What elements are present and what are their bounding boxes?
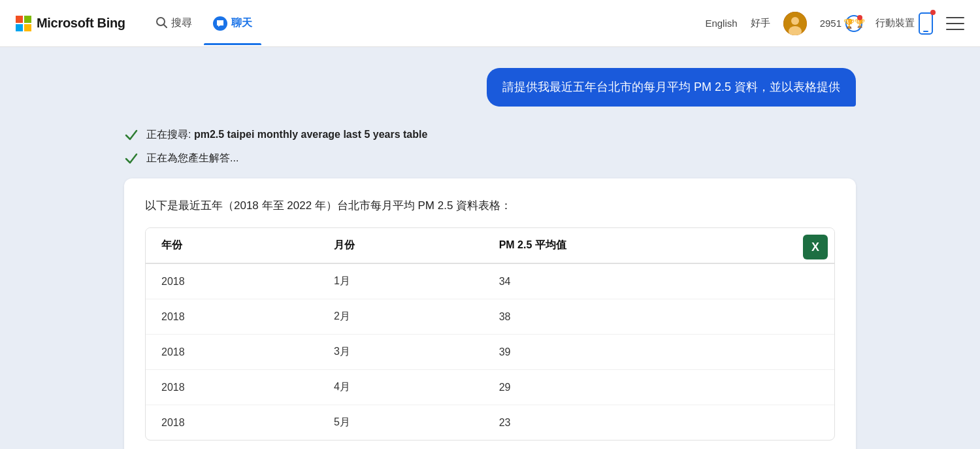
table-cell-4-0: 2018 bbox=[146, 405, 318, 441]
table-cell-1-2: 38 bbox=[483, 299, 795, 335]
chat-nav-icon bbox=[213, 16, 227, 31]
logo-text: Microsoft Bing bbox=[37, 16, 125, 31]
language-selector[interactable]: English bbox=[705, 18, 737, 29]
status-generating-text: 正在為您產生解答... bbox=[146, 152, 238, 165]
table-header-row: 年份 月份 PM 2.5 平均值 bbox=[146, 228, 834, 263]
check-icon-generating bbox=[124, 151, 139, 165]
trophy-notification-dot bbox=[857, 15, 862, 20]
search-nav-icon bbox=[155, 16, 167, 31]
col-header-year: 年份 bbox=[146, 228, 318, 263]
table-row: 20181月34 bbox=[146, 263, 834, 299]
microsoft-logo bbox=[16, 16, 31, 31]
nav-chat[interactable]: 聊天 bbox=[204, 11, 261, 36]
table-cell-3-2: 29 bbox=[483, 370, 795, 405]
table-cell-2-2: 39 bbox=[483, 335, 795, 370]
table-cell-1-0: 2018 bbox=[146, 299, 318, 335]
phone-icon bbox=[919, 12, 933, 35]
table-cell-4-action bbox=[795, 405, 834, 441]
main-content: 請提供我最近五年台北市的每月平均 PM 2.5 資料，並以表格提供 正在搜尋: … bbox=[98, 47, 882, 449]
mobile-device-link[interactable]: 行動裝置 bbox=[875, 12, 933, 35]
svg-point-3 bbox=[791, 17, 799, 25]
nav-search[interactable]: 搜尋 bbox=[146, 11, 201, 36]
response-card: 以下是最近五年（2018 年至 2022 年）台北市每月平均 PM 2.5 資料… bbox=[124, 178, 856, 449]
nav-chat-label: 聊天 bbox=[231, 16, 252, 30]
pm25-table: 年份 月份 PM 2.5 平均值 20181月3420182月3820183月3… bbox=[146, 228, 834, 440]
status-item-generating: 正在為您產生解答... bbox=[124, 151, 856, 165]
data-table-wrap: X 年份 月份 PM 2.5 平均值 20181月3420182月3820183… bbox=[145, 227, 835, 441]
logo-area[interactable]: Microsoft Bing bbox=[16, 16, 125, 31]
card-intro: 以下是最近五年（2018 年至 2022 年）台北市每月平均 PM 2.5 資料… bbox=[145, 197, 835, 214]
col-header-month: 月份 bbox=[318, 228, 483, 263]
excel-icon: X bbox=[811, 241, 819, 254]
points-badge: 2951 🏆 bbox=[820, 15, 862, 32]
table-cell-0-1: 1月 bbox=[318, 263, 483, 299]
table-cell-0-2: 34 bbox=[483, 263, 795, 299]
table-cell-2-1: 3月 bbox=[318, 335, 483, 370]
table-cell-1-action bbox=[795, 299, 834, 335]
table-cell-4-1: 5月 bbox=[318, 405, 483, 441]
table-cell-2-0: 2018 bbox=[146, 335, 318, 370]
table-row: 20183月39 bbox=[146, 335, 834, 370]
table-cell-0-0: 2018 bbox=[146, 263, 318, 299]
table-cell-2-action bbox=[795, 335, 834, 370]
header: Microsoft Bing 搜尋 聊天 English 好手 bbox=[0, 0, 980, 47]
table-cell-3-1: 4月 bbox=[318, 370, 483, 405]
svg-line-1 bbox=[164, 25, 167, 27]
user-bubble: 請提供我最近五年台北市的每月平均 PM 2.5 資料，並以表格提供 bbox=[487, 68, 856, 107]
user-avatar[interactable] bbox=[783, 12, 807, 35]
table-row: 20182月38 bbox=[146, 299, 834, 335]
trophy-icon[interactable]: 🏆 bbox=[845, 15, 862, 32]
table-cell-3-action bbox=[795, 370, 834, 405]
check-icon-search bbox=[124, 127, 139, 142]
table-cell-0-action bbox=[795, 263, 834, 299]
export-excel-button[interactable]: X bbox=[803, 235, 828, 259]
header-right: English 好手 2951 🏆 行動裝置 bbox=[705, 12, 964, 35]
table-row: 20184月29 bbox=[146, 370, 834, 405]
table-cell-3-0: 2018 bbox=[146, 370, 318, 405]
col-header-pm25: PM 2.5 平均值 bbox=[483, 228, 795, 263]
main-nav: 搜尋 聊天 bbox=[146, 11, 261, 36]
user-greeting: 好手 bbox=[751, 17, 770, 29]
mobile-notification-dot bbox=[930, 10, 936, 15]
status-item-search: 正在搜尋: pm2.5 taipei monthly average last … bbox=[124, 127, 856, 142]
status-search-text: 正在搜尋: pm2.5 taipei monthly average last … bbox=[146, 128, 427, 142]
table-cell-1-1: 2月 bbox=[318, 299, 483, 335]
table-cell-4-2: 23 bbox=[483, 405, 795, 441]
mobile-label: 行動裝置 bbox=[875, 17, 915, 29]
svg-point-0 bbox=[157, 18, 165, 25]
points-count: 2951 bbox=[820, 18, 841, 29]
nav-search-label: 搜尋 bbox=[171, 16, 192, 30]
user-message-row: 請提供我最近五年台北市的每月平均 PM 2.5 資料，並以表格提供 bbox=[124, 68, 856, 107]
table-row: 20185月23 bbox=[146, 405, 834, 441]
hamburger-menu[interactable] bbox=[946, 17, 964, 30]
